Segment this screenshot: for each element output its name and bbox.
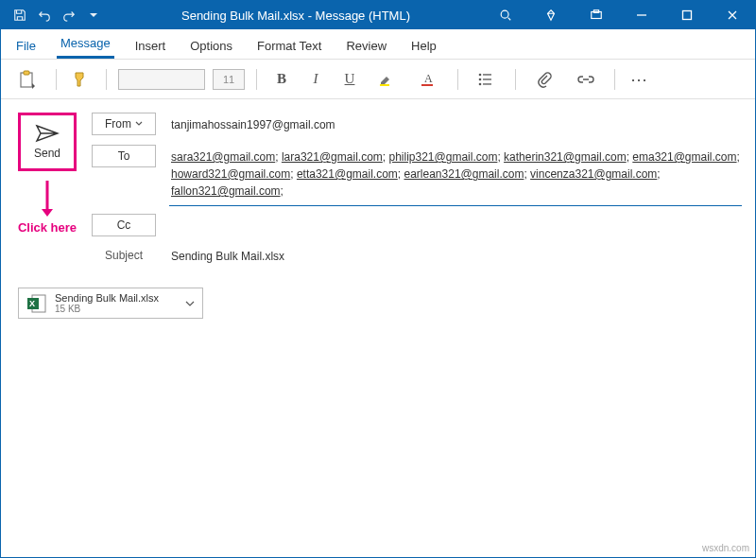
format-painter-button[interactable] <box>68 66 94 93</box>
tab-insert[interactable]: Insert <box>131 33 170 59</box>
from-value[interactable]: tanjimahossain1997@gmail.com <box>169 113 742 137</box>
attachments-area: X Sending Bulk Mail.xlsx 15 KB <box>1 276 755 330</box>
ribbon-tabs: File Message Insert Options Format Text … <box>1 29 755 60</box>
tab-file[interactable]: File <box>12 33 40 59</box>
annotation-text: Click here <box>18 220 77 235</box>
undo-icon[interactable] <box>33 4 56 26</box>
recipient-link[interactable]: lara321@gmail.com <box>282 150 383 164</box>
underline-button[interactable]: U <box>336 66 363 93</box>
recipient-link[interactable]: sara321@gmail.com <box>171 150 275 164</box>
outlook-message-window: Sending Bulk Mail.xlsx - Message (HTML) <box>0 0 756 558</box>
chevron-down-icon <box>135 120 143 128</box>
svg-rect-14 <box>483 78 491 79</box>
tab-review[interactable]: Review <box>342 33 390 59</box>
premium-icon[interactable] <box>532 1 570 29</box>
recipient-link[interactable]: philip321@gmail.com <box>388 150 497 164</box>
watermark: wsxdn.com <box>702 543 749 553</box>
tab-message[interactable]: Message <box>57 30 114 59</box>
svg-rect-10 <box>421 84 433 86</box>
more-commands-button[interactable]: ⋯ <box>627 66 653 93</box>
svg-point-13 <box>479 78 482 80</box>
cc-button[interactable]: Cc <box>92 214 156 236</box>
ribbon-display-icon[interactable] <box>577 1 615 29</box>
annotation-arrow-icon <box>40 181 55 218</box>
svg-rect-8 <box>380 84 389 86</box>
svg-line-1 <box>508 18 511 21</box>
svg-point-0 <box>501 10 508 18</box>
send-icon <box>35 124 60 143</box>
recipient-link[interactable]: vincenza321@gmail.com <box>530 167 657 181</box>
separator <box>515 69 516 90</box>
cc-field[interactable] <box>169 214 742 221</box>
subject-field[interactable]: Sending Bulk Mail.xlsx <box>169 244 742 269</box>
svg-rect-12 <box>483 74 491 75</box>
to-field[interactable]: sara321@gmail.com; lara321@gmail.com; ph… <box>169 145 742 206</box>
separator <box>256 69 257 90</box>
send-label: Send <box>34 147 60 160</box>
bullets-button[interactable] <box>470 66 504 93</box>
italic-button[interactable]: I <box>302 66 329 93</box>
recipient-link[interactable]: etta321@gmail.com <box>297 167 398 181</box>
svg-text:X: X <box>29 299 35 308</box>
from-button[interactable]: From <box>92 113 156 135</box>
font-family-input[interactable] <box>118 69 205 90</box>
tab-format-text[interactable]: Format Text <box>253 33 325 59</box>
minimize-button[interactable] <box>623 1 661 29</box>
to-button[interactable]: To <box>92 145 156 167</box>
attachment-meta: Sending Bulk Mail.xlsx 15 KB <box>55 292 159 314</box>
window-title: Sending Bulk Mail.xlsx - Message (HTML) <box>105 9 487 23</box>
window-controls <box>487 1 755 29</box>
compose-area: Send Click here From tanjimahossain1997@… <box>1 99 755 276</box>
font-size-input[interactable] <box>213 69 245 90</box>
attach-file-button[interactable] <box>527 66 561 93</box>
svg-rect-5 <box>683 11 692 20</box>
search-icon[interactable] <box>487 1 524 29</box>
excel-file-icon: X <box>26 293 47 314</box>
separator <box>614 69 615 90</box>
link-button[interactable] <box>569 66 603 93</box>
recipient-link[interactable]: katherin321@gmail.com <box>504 150 627 164</box>
separator <box>457 69 458 90</box>
svg-point-15 <box>479 82 482 85</box>
tab-help[interactable]: Help <box>407 33 440 59</box>
attachment-name: Sending Bulk Mail.xlsx <box>55 292 159 304</box>
ribbon-toolbar: B I U A ⋯ <box>1 60 755 99</box>
maximize-button[interactable] <box>668 1 706 29</box>
chevron-down-icon[interactable] <box>185 299 195 308</box>
separator <box>56 69 57 90</box>
svg-point-11 <box>479 73 482 76</box>
send-column: Send Click here <box>14 113 80 276</box>
qat-dropdown-icon[interactable] <box>82 4 105 26</box>
header-fields: From tanjimahossain1997@gmail.com To sar… <box>92 113 742 276</box>
attachment-size: 15 KB <box>55 304 159 314</box>
svg-rect-16 <box>483 83 491 84</box>
recipient-link[interactable]: earlean321@gmail.com <box>404 167 524 181</box>
tab-options[interactable]: Options <box>186 33 236 59</box>
subject-label: Subject <box>92 244 156 267</box>
quick-access-toolbar <box>1 4 105 26</box>
recipient-link[interactable]: ema321@gmail.com <box>632 150 736 164</box>
save-icon[interactable] <box>9 4 31 26</box>
bold-button[interactable]: B <box>268 66 295 93</box>
paste-button[interactable] <box>10 66 44 93</box>
svg-rect-7 <box>24 71 29 75</box>
svg-text:A: A <box>424 72 433 85</box>
close-button[interactable] <box>713 1 751 29</box>
titlebar: Sending Bulk Mail.xlsx - Message (HTML) <box>1 1 755 29</box>
attachment-item[interactable]: X Sending Bulk Mail.xlsx 15 KB <box>18 288 203 319</box>
font-color-button[interactable]: A <box>412 66 446 93</box>
recipient-link[interactable]: howard321@gmail.com <box>171 167 290 181</box>
redo-icon[interactable] <box>58 4 80 26</box>
text-highlight-button[interactable] <box>370 66 404 93</box>
separator <box>106 69 107 90</box>
send-button[interactable]: Send <box>18 113 77 171</box>
recipient-link[interactable]: fallon321@gmail.com <box>171 184 281 198</box>
